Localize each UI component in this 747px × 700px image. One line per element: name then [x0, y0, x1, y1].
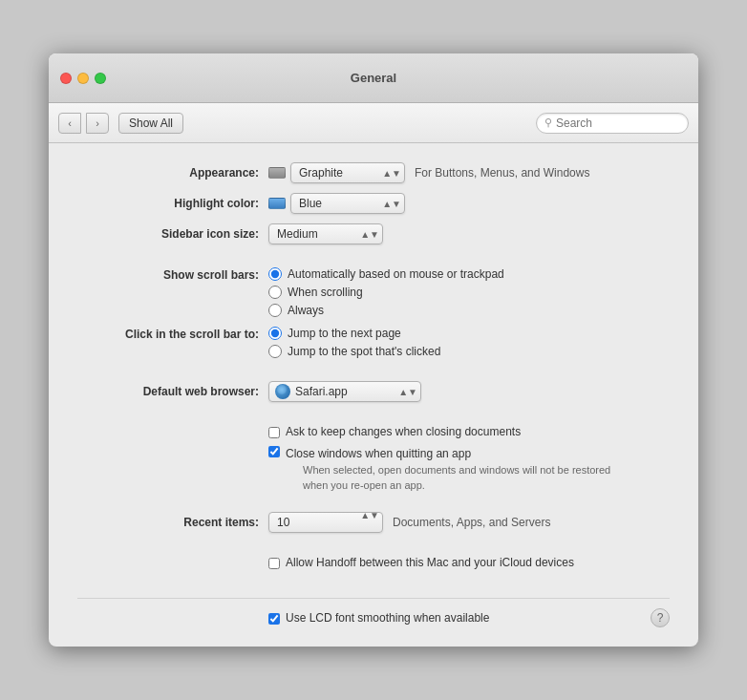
scroll-when-scrolling-row: When scrolling [268, 286, 504, 299]
close-button[interactable] [60, 73, 72, 84]
lcd-font-row: Use LCD font smoothing when available [268, 611, 651, 625]
highlight-color-select[interactable]: Blue Graphite Red Green Purple Other [290, 193, 405, 214]
keep-changes-checkbox[interactable] [268, 427, 280, 438]
keep-changes-row: Ask to keep changes when closing documen… [268, 425, 670, 438]
close-windows-checkbox[interactable] [268, 446, 280, 457]
scroll-always-row: Always [268, 304, 504, 317]
highlight-swatch [268, 198, 286, 209]
safari-icon [275, 384, 290, 399]
bottom-row: Use LCD font smoothing when available ? [77, 608, 670, 627]
show-scroll-bars-row: Show scroll bars: Automatically based on… [77, 267, 670, 317]
forward-button[interactable]: › [86, 113, 109, 134]
click-next-page-row: Jump to the next page [268, 327, 440, 340]
recent-items-spinner-wrap: 10 5 15 20 30 50 None ▲▼ [268, 512, 383, 533]
appearance-row: Appearance: Graphite Blue ▲▼ For Buttons… [77, 162, 670, 183]
search-box: ⚲ [536, 113, 689, 134]
handoff-block: Allow Handoff between this Mac and your … [268, 556, 670, 569]
click-spot-row: Jump to the spot that's clicked [268, 345, 440, 358]
appearance-select-wrap: Graphite Blue ▲▼ [268, 162, 405, 183]
preferences-content: Appearance: Graphite Blue ▲▼ For Buttons… [49, 143, 698, 647]
show-scroll-bars-group: Automatically based on mouse or trackpad… [268, 267, 504, 317]
search-input[interactable] [556, 117, 680, 130]
maximize-button[interactable] [95, 73, 106, 84]
click-spot-label: Jump to the spot that's clicked [288, 345, 440, 358]
scroll-auto-label: Automatically based on mouse or trackpad [288, 267, 504, 281]
traffic-lights [60, 73, 106, 84]
handoff-checkbox[interactable] [268, 558, 280, 569]
gap-2 [77, 368, 670, 381]
recent-items-hint: Documents, Apps, and Servers [393, 516, 550, 529]
divider [77, 598, 670, 599]
search-icon: ⚲ [544, 117, 552, 129]
browser-value: Safari.app [295, 385, 348, 398]
click-scroll-bar-row: Click in the scroll bar to: Jump to the … [77, 327, 670, 358]
keep-changes-label: Ask to keep changes when closing documen… [286, 425, 521, 438]
scroll-when-scrolling-radio[interactable] [268, 286, 282, 299]
scroll-always-radio[interactable] [268, 304, 282, 317]
highlight-color-label: Highlight color: [77, 197, 268, 210]
default-browser-label: Default web browser: [77, 385, 268, 398]
checkboxes-block: Ask to keep changes when closing documen… [268, 425, 670, 493]
recent-items-row: Recent items: 10 5 15 20 30 50 None ▲▼ D… [77, 512, 670, 533]
highlight-color-row: Highlight color: Blue Graphite Red Green… [77, 193, 670, 214]
browser-select[interactable]: Safari.app [268, 381, 421, 402]
appearance-select[interactable]: Graphite Blue [290, 162, 405, 183]
highlight-select-wrap: Blue Graphite Red Green Purple Other ▲▼ [268, 193, 405, 214]
sidebar-select-wrap: Medium Small Large ▲▼ [268, 223, 383, 244]
sidebar-icon-size-row: Sidebar icon size: Medium Small Large ▲▼ [77, 223, 670, 244]
click-next-page-label: Jump to the next page [288, 327, 401, 340]
recent-items-label: Recent items: [77, 516, 268, 529]
close-windows-label: Close windows when quitting an app [286, 447, 471, 460]
titlebar: General [49, 53, 698, 103]
click-scroll-bar-group: Jump to the next page Jump to the spot t… [268, 327, 440, 358]
gap-5 [77, 542, 670, 556]
show-all-button[interactable]: Show All [118, 113, 183, 134]
scroll-always-label: Always [288, 304, 324, 317]
show-scroll-bars-label: Show scroll bars: [77, 267, 268, 282]
click-next-page-radio[interactable] [268, 327, 282, 340]
back-button[interactable]: ‹ [58, 113, 81, 134]
scroll-auto-radio[interactable] [268, 267, 282, 281]
handoff-label: Allow Handoff between this Mac and your … [286, 556, 574, 569]
lcd-font-label: Use LCD font smoothing when available [286, 611, 489, 625]
appearance-swatch [268, 167, 286, 179]
browser-select-wrap: Safari.app ▲▼ [268, 381, 421, 402]
close-windows-row: Close windows when quitting an app When … [268, 444, 670, 493]
appearance-hint: For Buttons, Menus, and Windows [415, 166, 589, 180]
scroll-auto-row: Automatically based on mouse or trackpad [268, 267, 504, 281]
handoff-row: Allow Handoff between this Mac and your … [268, 556, 670, 569]
system-preferences-window: General ‹ › Show All ⚲ Appearance: Graph… [49, 53, 698, 647]
sidebar-icon-size-select[interactable]: Medium Small Large [268, 223, 383, 244]
window-title: General [351, 71, 396, 85]
close-windows-sublabel: When selected, open documents and window… [303, 463, 628, 493]
sidebar-icon-size-label: Sidebar icon size: [77, 227, 268, 241]
gap-4 [77, 498, 670, 512]
close-windows-block: Close windows when quitting an app When … [286, 444, 628, 493]
default-browser-row: Default web browser: Safari.app ▲▼ [77, 381, 670, 402]
minimize-button[interactable] [77, 73, 89, 84]
scroll-when-scrolling-label: When scrolling [288, 286, 363, 299]
help-button[interactable]: ? [651, 608, 670, 627]
gap-1 [77, 254, 670, 267]
recent-items-select[interactable]: 10 5 15 20 30 50 None [268, 512, 383, 533]
click-spot-radio[interactable] [268, 345, 282, 358]
gap-6 [77, 575, 670, 588]
lcd-font-checkbox[interactable] [268, 613, 280, 625]
click-scroll-bar-label: Click in the scroll bar to: [77, 327, 268, 341]
toolbar: ‹ › Show All ⚲ [49, 103, 698, 143]
gap-3 [77, 412, 670, 425]
appearance-label: Appearance: [77, 166, 268, 180]
